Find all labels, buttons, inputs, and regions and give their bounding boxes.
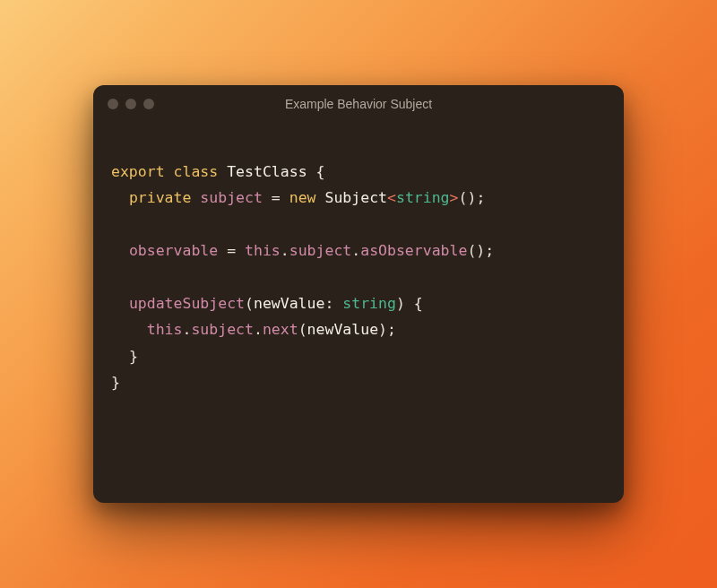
code-token: .: [254, 321, 263, 338]
code-token: Subject: [324, 189, 387, 206]
code-token: ): [396, 295, 405, 312]
code-token: [263, 189, 272, 206]
code-token: {: [414, 295, 423, 312]
code-token: [218, 163, 227, 180]
window-titlebar: Example Behavior Subject: [93, 85, 624, 123]
code-token: subject: [200, 189, 263, 206]
code-token: {: [316, 163, 325, 180]
code-block: export class TestClass { private subject…: [111, 159, 606, 395]
code-token: ;: [387, 321, 396, 338]
code-token: ;: [485, 242, 494, 259]
code-token: <: [387, 189, 396, 206]
code-area: export class TestClass { private subject…: [93, 123, 624, 503]
code-token: new: [289, 189, 316, 206]
traffic-light-close-icon[interactable]: [108, 99, 118, 109]
code-token: subject: [289, 242, 352, 259]
code-token: [191, 189, 200, 206]
code-window: Example Behavior Subject export class Te…: [93, 85, 624, 503]
code-token: newValue: [307, 321, 378, 338]
code-token: [236, 242, 245, 259]
code-token: [111, 348, 129, 365]
code-token: next: [263, 321, 298, 338]
code-token: [111, 242, 129, 259]
code-token: this: [147, 321, 183, 338]
code-token: class: [174, 163, 219, 180]
code-token: updateSubject: [129, 295, 245, 312]
code-token: TestClass: [227, 163, 307, 180]
code-token: [281, 189, 289, 206]
window-controls: [108, 99, 154, 109]
code-token: ): [378, 321, 387, 338]
code-token: [111, 321, 147, 338]
code-token: this: [245, 242, 281, 259]
code-token: subject: [191, 321, 254, 338]
code-token: [307, 163, 316, 180]
code-token: [111, 189, 129, 206]
code-token: [405, 295, 414, 312]
code-token: [316, 189, 325, 206]
code-token: :: [324, 295, 333, 312]
code-token: (: [298, 321, 307, 338]
code-token: }: [129, 348, 138, 365]
code-token: (: [245, 295, 254, 312]
traffic-light-zoom-icon[interactable]: [143, 99, 154, 109]
code-token: =: [227, 242, 236, 259]
window-title: Example Behavior Subject: [93, 97, 624, 111]
code-token: observable: [129, 242, 218, 259]
code-token: .: [183, 321, 192, 338]
code-token: [333, 295, 342, 312]
code-token: [218, 242, 227, 259]
code-token: [111, 295, 129, 312]
code-token: string: [396, 189, 450, 206]
code-token: string: [342, 295, 396, 312]
code-token: =: [272, 189, 281, 206]
code-token: ;: [476, 189, 485, 206]
code-token: newValue: [254, 295, 324, 312]
code-token: (): [467, 242, 485, 259]
code-token: [165, 163, 174, 180]
code-token: (): [459, 189, 477, 206]
code-token: .: [281, 242, 289, 259]
code-token: }: [111, 374, 120, 391]
code-token: private: [129, 189, 192, 206]
code-token: >: [450, 189, 459, 206]
code-token: export: [111, 163, 165, 180]
code-token: asObservable: [360, 242, 467, 259]
traffic-light-minimize-icon[interactable]: [125, 99, 136, 109]
code-token: .: [351, 242, 360, 259]
